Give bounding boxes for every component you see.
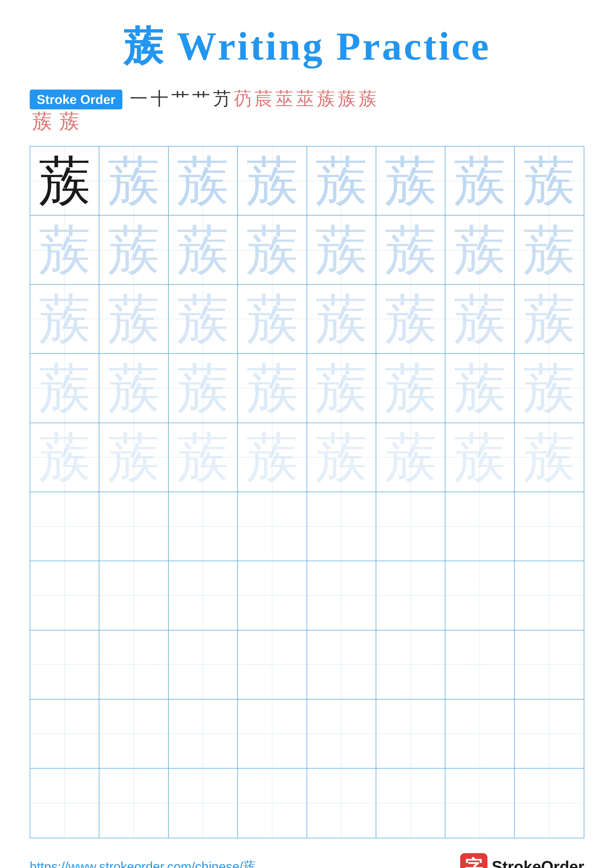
grid-cell[interactable]: 蔟	[307, 423, 376, 492]
practice-char-guide: 蔟	[454, 224, 506, 276]
grid-cell[interactable]: 蔟	[169, 285, 238, 354]
grid-cell[interactable]: 蔟	[99, 354, 168, 423]
practice-char-guide: 蔟	[246, 293, 298, 345]
grid-cell[interactable]	[30, 492, 99, 561]
grid-cell[interactable]	[445, 769, 515, 837]
grid-cell[interactable]: 蔟	[515, 354, 584, 423]
grid-cell[interactable]: 蔟	[307, 146, 376, 215]
grid-cell[interactable]: 蔟	[99, 215, 168, 285]
grid-cell[interactable]: 蔟	[169, 354, 238, 423]
practice-char-guide: 蔟	[385, 431, 437, 483]
grid-cell[interactable]: 蔟	[169, 146, 238, 215]
grid-cell[interactable]	[169, 699, 238, 769]
grid-cell[interactable]	[307, 561, 376, 630]
grid-cell[interactable]: 蔟	[238, 215, 307, 285]
grid-cell[interactable]: 蔟	[445, 215, 515, 285]
grid-row-5: 蔟 蔟 蔟 蔟 蔟 蔟 蔟 蔟	[30, 423, 584, 492]
practice-char-guide: 蔟	[385, 155, 437, 207]
grid-cell[interactable]	[169, 561, 238, 630]
grid-cell[interactable]	[376, 561, 445, 630]
grid-cell[interactable]	[238, 699, 307, 769]
grid-cell[interactable]	[238, 769, 307, 837]
footer-url[interactable]: https://www.strokeorder.com/chinese/蔟	[30, 858, 256, 868]
grid-cell[interactable]	[515, 699, 584, 769]
grid-cell[interactable]: 蔟	[376, 215, 445, 285]
grid-row-7	[30, 561, 584, 630]
grid-cell[interactable]	[169, 769, 238, 837]
grid-cell[interactable]	[238, 631, 307, 699]
grid-cell[interactable]: 蔟	[445, 285, 515, 354]
grid-cell[interactable]: 蔟	[307, 285, 376, 354]
grid-cell[interactable]	[169, 631, 238, 699]
stroke-5: 芀	[213, 90, 231, 108]
grid-cell[interactable]	[445, 561, 515, 630]
grid-cell[interactable]: 蔟	[30, 354, 99, 423]
grid-cell[interactable]: 蔟	[515, 215, 584, 285]
grid-cell[interactable]	[30, 699, 99, 769]
grid-cell[interactable]: 蔟	[30, 146, 99, 215]
grid-cell[interactable]	[445, 492, 515, 561]
practice-char-guide: 蔟	[246, 155, 298, 207]
grid-cell[interactable]: 蔟	[30, 285, 99, 354]
grid-cell[interactable]: 蔟	[376, 423, 445, 492]
grid-cell[interactable]	[169, 492, 238, 561]
grid-cell[interactable]	[445, 631, 515, 699]
grid-cell[interactable]: 蔟	[307, 354, 376, 423]
grid-cell[interactable]: 蔟	[99, 146, 168, 215]
grid-cell[interactable]: 蔟	[445, 354, 515, 423]
grid-cell[interactable]: 蔟	[169, 215, 238, 285]
grid-cell[interactable]: 蔟	[445, 146, 515, 215]
grid-cell[interactable]: 蔟	[376, 354, 445, 423]
stroke-11: 蔟	[338, 90, 356, 108]
practice-char-guide: 蔟	[315, 293, 367, 345]
grid-cell[interactable]: 蔟	[99, 285, 168, 354]
grid-cell[interactable]	[307, 769, 376, 837]
grid-cell[interactable]	[515, 769, 584, 837]
grid-cell[interactable]: 蔟	[238, 354, 307, 423]
grid-cell[interactable]	[99, 561, 168, 630]
stroke-6: 芿	[234, 90, 252, 108]
grid-cell[interactable]	[30, 769, 99, 837]
grid-cell[interactable]	[376, 699, 445, 769]
grid-cell[interactable]: 蔟	[445, 423, 515, 492]
grid-cell[interactable]: 蔟	[238, 146, 307, 215]
grid-cell[interactable]: 蔟	[515, 423, 584, 492]
grid-cell[interactable]	[307, 492, 376, 561]
grid-cell[interactable]: 蔟	[238, 423, 307, 492]
stroke-order-extra: 蔟 蔟	[30, 112, 584, 131]
grid-cell[interactable]	[99, 631, 168, 699]
grid-cell[interactable]	[307, 699, 376, 769]
grid-row-6	[30, 492, 584, 561]
grid-cell[interactable]	[307, 631, 376, 699]
grid-cell[interactable]	[376, 492, 445, 561]
grid-cell[interactable]: 蔟	[169, 423, 238, 492]
grid-cell[interactable]	[376, 769, 445, 837]
grid-cell[interactable]: 蔟	[515, 146, 584, 215]
grid-cell[interactable]	[30, 561, 99, 630]
grid-cell[interactable]	[376, 631, 445, 699]
grid-cell[interactable]: 蔟	[376, 146, 445, 215]
grid-cell[interactable]: 蔟	[376, 285, 445, 354]
grid-cell[interactable]	[515, 631, 584, 699]
practice-char-guide: 蔟	[454, 362, 506, 414]
grid-cell[interactable]: 蔟	[99, 423, 168, 492]
grid-cell[interactable]	[99, 492, 168, 561]
practice-char-guide: 蔟	[39, 293, 91, 345]
grid-cell[interactable]	[515, 492, 584, 561]
grid-cell[interactable]	[515, 561, 584, 630]
grid-cell[interactable]: 蔟	[238, 285, 307, 354]
grid-cell[interactable]	[99, 699, 168, 769]
practice-char-guide: 蔟	[454, 431, 506, 483]
grid-cell[interactable]	[238, 561, 307, 630]
grid-cell[interactable]	[445, 699, 515, 769]
grid-cell[interactable]	[30, 631, 99, 699]
grid-cell[interactable]	[238, 492, 307, 561]
brand-name: StrokeOrder	[492, 858, 584, 868]
grid-cell[interactable]: 蔟	[30, 215, 99, 285]
grid-cell[interactable]: 蔟	[307, 215, 376, 285]
grid-cell[interactable]	[99, 769, 168, 837]
grid-cell[interactable]: 蔟	[515, 285, 584, 354]
grid-row-3: 蔟 蔟 蔟 蔟 蔟 蔟 蔟 蔟	[30, 285, 584, 354]
grid-cell[interactable]: 蔟	[30, 423, 99, 492]
grid-row-9	[30, 699, 584, 769]
